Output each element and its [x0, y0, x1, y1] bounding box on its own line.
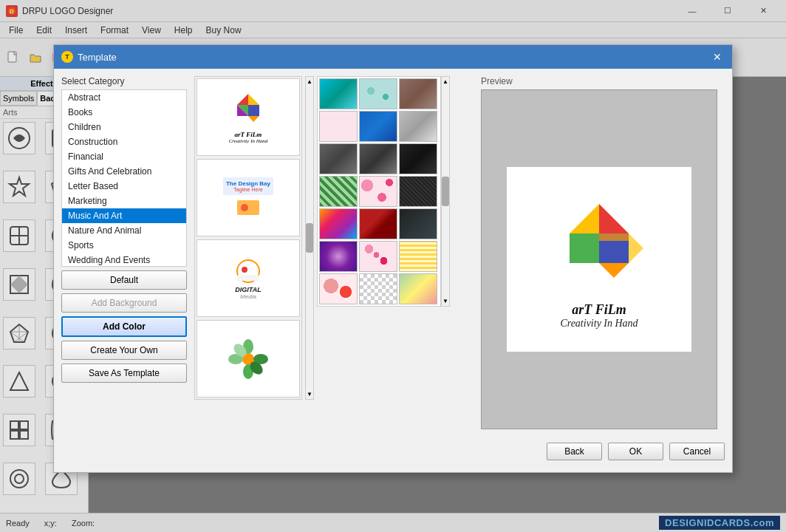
category-marketing[interactable]: Marketing — [62, 194, 186, 208]
svg-marker-31 — [248, 94, 259, 105]
category-financial[interactable]: Financial — [62, 149, 186, 164]
svg-marker-50 — [570, 204, 599, 233]
template-card-1[interactable]: arT FiLm Creativity In Hand — [196, 78, 300, 156]
add-color-button[interactable]: Add Color — [61, 316, 187, 337]
preview-box: arT FiLm Creativity In Hand — [481, 89, 717, 429]
bg-tile-4[interactable] — [319, 111, 358, 142]
dialog-footer: Back OK Cancel — [54, 437, 732, 466]
template-scroll-down[interactable]: ▼ — [307, 391, 312, 398]
preview-company-name: arT FiLm — [507, 302, 691, 318]
template-card-4[interactable] — [196, 320, 300, 398]
bg-tile-15[interactable] — [399, 208, 437, 239]
template-dialog: T Template ✕ Select Category Abstract Bo… — [53, 44, 733, 473]
dialog-body: Select Category Abstract Books Children … — [54, 69, 732, 437]
svg-marker-55 — [629, 233, 643, 263]
dialog-title-text: Template — [78, 52, 117, 63]
preview-tagline: Creativity In Hand — [507, 318, 691, 330]
template-scroll-up[interactable]: ▲ — [307, 78, 312, 85]
bg-tile-7[interactable] — [319, 143, 358, 174]
category-panel: Select Category Abstract Books Children … — [61, 76, 187, 429]
bg-tile-12[interactable] — [399, 176, 437, 207]
template-scrollbar-thumb[interactable] — [306, 223, 313, 253]
svg-marker-35 — [248, 116, 259, 122]
default-button[interactable]: Default — [61, 270, 187, 290]
bg-tile-6[interactable] — [399, 111, 437, 142]
category-gifts[interactable]: Gifts And Celebration — [62, 164, 186, 179]
bg-tile-5[interactable] — [359, 111, 397, 142]
dialog-title-bar: T Template ✕ — [54, 45, 732, 69]
bg-tile-10[interactable] — [319, 176, 358, 207]
bg-tile-19[interactable] — [319, 273, 358, 304]
category-wedding[interactable]: Wedding And Events — [62, 253, 186, 267]
bg-tile-2[interactable] — [359, 78, 397, 109]
svg-marker-32 — [237, 94, 248, 105]
preview-label: Preview — [481, 76, 725, 86]
svg-marker-54 — [599, 233, 629, 241]
dialog-icon: T — [61, 51, 73, 63]
bg-scrollbar-thumb[interactable] — [442, 177, 449, 206]
svg-marker-34 — [248, 105, 259, 116]
template-area: arT FiLm Creativity In Hand The Design B… — [194, 76, 474, 429]
bg-tile-1[interactable] — [319, 78, 358, 109]
bg-tile-8[interactable] — [359, 143, 397, 174]
category-sports[interactable]: Sports — [62, 238, 186, 253]
cancel-button[interactable]: Cancel — [669, 443, 725, 460]
category-children[interactable]: Children — [62, 120, 186, 134]
bg-tile-20[interactable] — [359, 273, 397, 304]
category-books[interactable]: Books — [62, 105, 186, 120]
save-as-template-button[interactable]: Save As Template — [61, 364, 187, 383]
bg-tile-16[interactable] — [319, 241, 358, 272]
bg-tile-14[interactable] — [359, 208, 397, 239]
dialog-title-left: T Template — [61, 51, 117, 63]
ok-button[interactable]: OK — [608, 443, 663, 460]
background-tile-grid — [317, 76, 441, 307]
template-card-3[interactable]: DIGITAL Media — [196, 239, 300, 317]
create-your-own-button[interactable]: Create Your Own — [61, 341, 187, 360]
category-letter[interactable]: Letter Based — [62, 179, 186, 194]
category-construction[interactable]: Construction — [62, 134, 186, 149]
category-music[interactable]: Music And Art — [62, 208, 186, 223]
bg-tile-21[interactable] — [399, 273, 437, 304]
bg-tile-11[interactable] — [359, 176, 397, 207]
svg-point-40 — [242, 267, 247, 273]
template-card-2[interactable]: The Design Bay Tagline Here — [196, 159, 300, 236]
dialog-overlay: T Template ✕ Select Category Abstract Bo… — [0, 0, 786, 532]
bg-tile-9[interactable] — [399, 143, 437, 174]
bg-tile-13[interactable] — [319, 208, 358, 239]
svg-marker-49 — [599, 204, 629, 233]
svg-rect-41 — [237, 275, 259, 281]
svg-point-38 — [241, 204, 248, 211]
select-category-label: Select Category — [61, 76, 187, 86]
bg-tile-3[interactable] — [399, 78, 437, 109]
category-nature[interactable]: Nature And Animal — [62, 223, 186, 238]
dialog-close-button[interactable]: ✕ — [710, 50, 725, 64]
add-background-button[interactable]: Add Background — [61, 293, 187, 313]
category-abstract[interactable]: Abstract — [62, 90, 186, 105]
category-list[interactable]: Abstract Books Children Construction Fin… — [61, 89, 187, 267]
bg-scroll-up[interactable]: ▲ — [442, 78, 448, 85]
svg-marker-52 — [599, 263, 629, 278]
preview-inner: arT FiLm Creativity In Hand — [507, 167, 691, 352]
bg-tile-17[interactable] — [359, 241, 397, 272]
back-button[interactable]: Back — [547, 443, 602, 460]
preview-panel: Preview — [481, 76, 725, 429]
bg-scroll-down[interactable]: ▼ — [442, 298, 448, 304]
svg-marker-53 — [570, 233, 599, 263]
bg-tile-18[interactable] — [399, 241, 437, 272]
